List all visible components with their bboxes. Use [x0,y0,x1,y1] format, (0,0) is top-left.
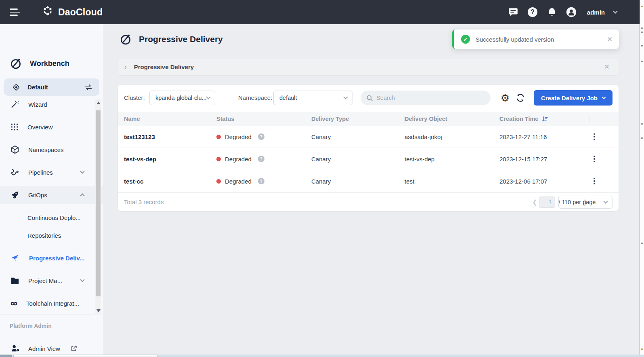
cluster-label: Cluster: [124,91,145,105]
table-row[interactable]: test-cc Degraded ? Canary test 2023-12-0… [118,170,619,192]
user-menu-chevron-down-icon[interactable] [613,9,617,13]
scroll-down-arrow-icon[interactable] [96,309,101,312]
prev-page-icon[interactable]: ❮ [531,199,538,206]
cluster-select[interactable]: kpanda-global-clu... [149,91,215,105]
status-text: Degraded [225,156,252,163]
cube-icon [10,145,19,154]
search-box[interactable] [361,91,491,105]
sidebar-item-repositories[interactable]: Repositories [0,226,103,244]
workbench-icon [10,57,22,70]
chevron-down-icon [343,95,348,99]
toast-message: Successfully updated version [476,36,607,43]
sidebar-item-wizard[interactable]: Wizard [0,95,103,113]
sidebar-item-pipelines[interactable]: Pipelines [0,163,103,181]
status-help-icon[interactable]: ? [258,133,264,140]
page-size-select[interactable]: 10 per page [558,196,613,209]
job-name[interactable]: test-cc [124,178,216,185]
row-actions-kebab-icon[interactable] [589,156,599,163]
column-header-name[interactable]: Name [124,115,216,123]
workspace-label: Default [27,84,84,91]
rocket-icon [10,190,19,199]
chevron-up-icon[interactable] [80,193,84,198]
user-avatar[interactable] [566,7,577,17]
status-cell: Degraded ? [216,133,311,140]
horizontal-scrollbar-thumb[interactable] [13,355,157,357]
delivery-object: test-vs-dep [405,156,499,163]
bird-icon [10,253,20,262]
breadcrumb-close-icon[interactable]: ✕ [604,63,610,70]
sidebar-scrollbar-thumb[interactable] [96,110,101,296]
status-help-icon[interactable]: ? [258,156,264,162]
grid-icon [10,123,19,131]
chevron-down-icon[interactable] [80,169,84,173]
table-footer: Total 3 records ❮ / 1 ❯ 10 per page [118,192,619,211]
sidebar-item-overview[interactable]: Overview [0,118,103,136]
column-header-status[interactable]: Status [216,115,311,123]
sidebar: Workbench Default Wizard Overview Namesp… [0,24,103,357]
page-number-input[interactable] [539,196,555,208]
sort-descending-icon[interactable] [541,116,548,123]
breadcrumb-expand-icon[interactable]: › [124,63,127,71]
switch-workspace-icon[interactable] [84,84,93,91]
column-header-delivery-type[interactable]: Delivery Type [311,115,405,123]
search-icon [366,95,373,101]
settings-gear-icon[interactable]: ⚙ [499,92,511,104]
workbench-header: Workbench [10,57,69,70]
delivery-object: asdsada-jokoj [405,133,499,140]
sidebar-item-toolchain-integration[interactable]: ∞ Toolchain Integrat... [0,294,103,312]
creation-time: 2023-12-27 11:16 [499,133,589,140]
sidebar-item-continuous-deployment[interactable]: Continuous Deplo... [0,209,103,226]
chat-icon[interactable] [508,7,518,17]
status-cell: Degraded ? [216,156,311,163]
brand-name: DaoCloud [58,7,103,18]
job-name[interactable]: test-vs-dep [124,156,216,163]
status-text: Degraded [225,178,252,185]
hamburger-menu-icon[interactable] [10,8,20,16]
notification-bell-icon[interactable] [547,7,557,17]
status-help-icon[interactable]: ? [258,178,264,184]
refresh-icon[interactable] [515,92,526,104]
column-header-actions [589,115,619,123]
creation-time: 2023-12-15 17:27 [499,156,589,163]
sidebar-scrollbar[interactable] [95,99,101,315]
horizontal-scrollbar[interactable] [0,355,644,357]
sidebar-item-project-management[interactable]: Project Ma... [0,272,103,289]
total-records: Total 3 records [124,199,164,205]
row-actions-kebab-icon[interactable] [589,133,599,140]
external-link-icon [71,345,77,352]
table-header: Name Status Delivery Type Delivery Objec… [118,112,619,126]
chevron-down-icon [206,95,210,99]
help-icon[interactable]: ? [527,7,538,17]
delivery-jobs-card: Cluster: kpanda-global-clu... Namespace:… [118,85,619,211]
toast-close-icon[interactable]: ✕ [607,36,613,43]
namespace-select[interactable]: default [273,91,352,105]
page-icon [120,33,132,45]
page-title: Progressive Delivery [139,34,223,44]
adjacent-window-sliver [640,0,644,357]
job-name[interactable]: test123123 [124,133,216,140]
status-text: Degraded [225,133,252,140]
workspace-icon [12,83,20,91]
create-delivery-job-button[interactable]: Create Delivery Job [534,90,613,106]
delivery-type: Canary [311,133,405,140]
table-row[interactable]: test123123 Degraded ? Canary asdsada-jok… [118,126,619,148]
workspace-selector[interactable]: Default [4,78,99,96]
sidebar-item-namespaces[interactable]: Namespaces [0,141,103,158]
search-input[interactable] [376,95,485,101]
row-actions-kebab-icon[interactable] [589,178,599,185]
brand: DaoCloud [41,6,103,19]
admin-user-icon [10,344,19,353]
top-navbar: DaoCloud ? admin [0,0,640,24]
sidebar-item-progressive-delivery[interactable]: Progressive Deliv... [0,249,103,267]
column-header-creation-time[interactable]: Creation Time [499,115,589,123]
breadcrumb: › Progressive Delivery ✕ [118,59,619,75]
wand-icon [10,100,19,109]
page-header: Progressive Delivery [120,33,223,45]
table-row[interactable]: test-vs-dep Degraded ? Canary test-vs-de… [118,148,619,170]
infinity-icon: ∞ [10,299,17,307]
chevron-down-icon[interactable] [80,277,84,282]
scroll-up-arrow-icon[interactable] [96,101,101,104]
column-header-delivery-object[interactable]: Delivery Object [405,115,499,123]
sidebar-item-gitops[interactable]: GitOps [0,186,103,204]
user-name: admin [587,9,605,16]
